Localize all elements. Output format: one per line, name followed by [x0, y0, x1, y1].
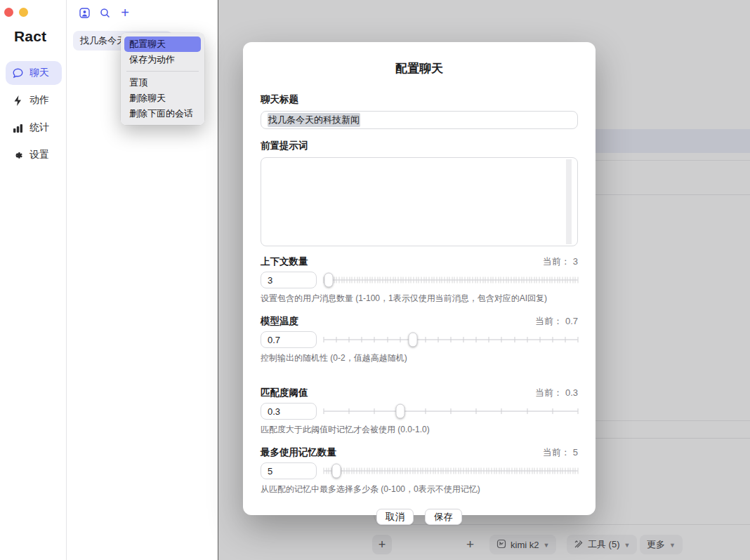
slider-block-0: 上下文数量当前：3设置包含的用户消息数量 (1-100，1表示仅使用当前消息，包… — [261, 255, 578, 305]
prompt-textarea[interactable] — [261, 157, 578, 246]
slider-tick — [379, 468, 380, 474]
slider-tick — [393, 277, 393, 284]
slider-tick — [493, 277, 494, 284]
menu-item[interactable]: 置顶 — [124, 75, 201, 91]
sidebar-item-3[interactable]: 设置 — [6, 143, 62, 167]
cancel-button[interactable]: 取消 — [376, 509, 414, 525]
slider-tick — [511, 277, 511, 284]
slider-tick — [539, 277, 540, 284]
slider-tick — [532, 277, 532, 284]
slider-tick — [454, 277, 455, 284]
slider-tick — [326, 468, 327, 474]
slider-tick — [448, 468, 449, 474]
slider-track-area[interactable] — [324, 331, 578, 348]
context-menu: 配置聊天保存为动作置顶删除聊天删除下面的会话 — [121, 33, 204, 125]
slider-block-1: 模型温度当前：0.7控制输出的随机性 (0-2，值越高越随机) — [261, 315, 578, 364]
slider-tick — [527, 408, 527, 414]
chat-title-input[interactable]: 找几条今天的科技新闻 — [261, 111, 578, 129]
sidebar-item-0[interactable]: 聊天 — [6, 61, 62, 85]
slider-tick — [465, 277, 466, 284]
add-chat-icon[interactable]: + — [118, 6, 132, 20]
slider-tick — [404, 468, 405, 474]
slider-track-area[interactable] — [324, 462, 578, 479]
slider-tick — [362, 337, 362, 342]
slider-thumb[interactable] — [324, 273, 334, 288]
slider-tick — [354, 277, 355, 284]
value-input[interactable] — [261, 331, 317, 348]
slider-tick — [534, 468, 535, 474]
slider-tick — [514, 468, 515, 474]
slider-tick — [476, 468, 477, 474]
slider-tick — [491, 468, 492, 474]
dialog-title: 配置聊天 — [261, 60, 578, 76]
slider-thumb[interactable] — [408, 333, 417, 347]
menu-item[interactable]: 删除下面的会话 — [124, 106, 201, 121]
sidebar-item-2[interactable]: 统计 — [6, 116, 62, 140]
slider-tick — [522, 468, 522, 474]
slider-tick — [560, 277, 560, 284]
slider-tick — [419, 277, 419, 284]
slider-tick — [565, 337, 565, 342]
selected-text: 找几条今天的科技新闻 — [268, 113, 360, 127]
slider-tick — [572, 468, 573, 474]
dialog-buttons: 取消 保存 — [261, 509, 578, 525]
slider-tick — [527, 468, 527, 474]
slider-tick — [413, 277, 414, 284]
slider-track-area[interactable] — [324, 403, 578, 420]
close-window-button[interactable] — [4, 8, 13, 17]
slider-tick — [344, 277, 345, 284]
value-input[interactable] — [261, 272, 317, 288]
slider-tick — [578, 408, 579, 414]
sidebar-nav: 聊天动作统计设置 — [6, 61, 62, 167]
slider-tick — [359, 468, 360, 474]
slider-tick — [578, 337, 579, 342]
slider-tick — [324, 468, 324, 474]
slider-tick — [511, 468, 512, 474]
slider-tick — [506, 468, 507, 474]
sidebar-item-label: 统计 — [29, 121, 49, 134]
save-button[interactable]: 保存 — [425, 509, 462, 525]
slider-tick — [438, 468, 438, 474]
slider-settings: 上下文数量当前：3设置包含的用户消息数量 (1-100，1表示仅使用当前消息，包… — [261, 255, 578, 495]
minimize-window-button[interactable] — [19, 8, 28, 17]
slider-tick — [440, 468, 441, 474]
menu-item[interactable]: 保存为动作 — [124, 52, 201, 67]
value-input[interactable] — [261, 403, 317, 420]
contacts-icon[interactable] — [77, 6, 91, 20]
slider-track-area[interactable] — [324, 272, 578, 288]
search-icon[interactable] — [98, 6, 112, 20]
menu-item[interactable]: 删除聊天 — [124, 91, 201, 106]
textarea-scrollbar[interactable] — [566, 159, 572, 244]
slider-tick — [338, 277, 339, 284]
slider-tick — [475, 277, 475, 284]
slider-block-3: 最多使用记忆数量当前：5从匹配的记忆中最多选择多少条 (0-100，0表示不使用… — [261, 446, 578, 495]
menu-item[interactable]: 配置聊天 — [124, 36, 201, 52]
slider-thumb[interactable] — [332, 464, 341, 479]
sidebar-item-1[interactable]: 动作 — [6, 88, 62, 112]
value-input[interactable] — [261, 462, 317, 479]
slider-tick — [434, 277, 435, 284]
slider-tick — [407, 468, 408, 474]
slider-tick — [490, 277, 491, 284]
slider-tick — [494, 468, 494, 474]
slider-tick — [415, 468, 416, 474]
slider-tick — [519, 468, 520, 474]
slider-tick — [467, 277, 468, 284]
slider-tick — [486, 468, 487, 474]
slider-tick — [364, 277, 365, 284]
sidebar-item-label: 聊天 — [29, 67, 49, 79]
slider-tick — [544, 468, 545, 474]
configure-chat-dialog: 配置聊天 聊天标题 找几条今天的科技新闻 前置提示词 上下文数量当前：3设置包含… — [243, 42, 596, 515]
slider-tick — [506, 277, 506, 284]
slider-tick — [527, 337, 527, 342]
sidebar: Ract 聊天动作统计设置 — [0, 0, 67, 560]
slider-tick — [371, 468, 372, 474]
slider-tick — [565, 277, 565, 284]
slider-header: 最多使用记忆数量当前：5 — [261, 446, 578, 459]
slider-tick — [476, 408, 477, 414]
slider-tick — [346, 277, 347, 284]
slider-thumb[interactable] — [395, 404, 404, 419]
slider-tick — [445, 468, 446, 474]
slider-tick — [360, 277, 360, 284]
slider-tick — [451, 408, 452, 414]
